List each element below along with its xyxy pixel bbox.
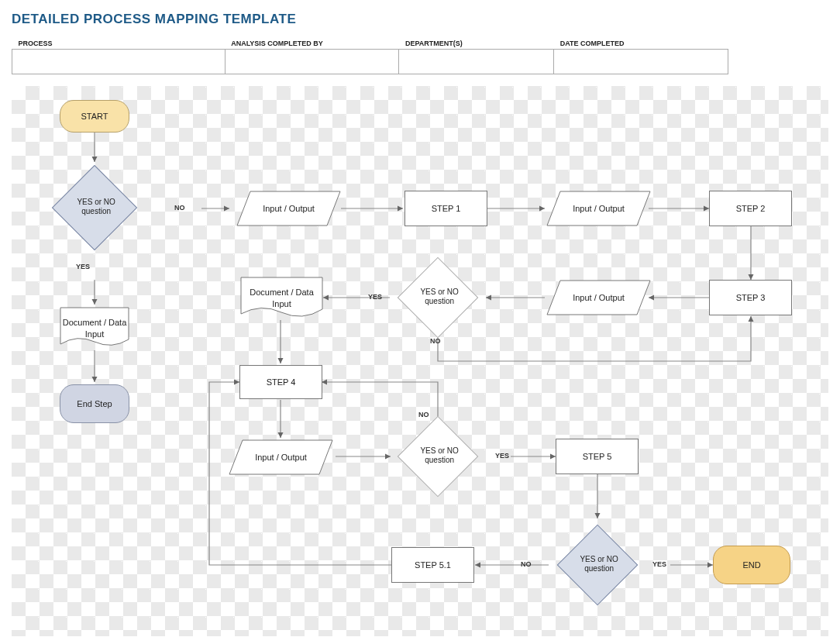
document-input-2: Document / Data Input <box>240 277 323 319</box>
start-node: START <box>60 100 129 133</box>
header-date-label: DATE COMPLETED <box>554 36 728 50</box>
io-3: Input / Output <box>546 280 651 315</box>
q4-yes-label: YES <box>652 560 666 568</box>
header-analysis-label: ANALYSIS COMPLETED BY <box>225 36 399 50</box>
step-3: STEP 3 <box>709 280 792 315</box>
header-department-label: DEPARTMENT(S) <box>399 36 554 50</box>
q1-yes-label: YES <box>76 263 90 270</box>
q4-no-label: NO <box>521 560 532 568</box>
io-1: Input / Output <box>236 191 341 226</box>
header-process-cell[interactable] <box>12 50 225 74</box>
io-4: Input / Output <box>229 439 333 475</box>
step-5: STEP 5 <box>556 439 639 474</box>
flowchart-canvas: START YES or NO question NO YES Document… <box>12 86 828 636</box>
decision-q3: YES or NO question <box>398 416 479 498</box>
step-1: STEP 1 <box>405 191 487 226</box>
document-input-1: Document / Data Input <box>60 307 129 350</box>
decision-q4: YES or NO question <box>557 525 639 606</box>
step-5-1: STEP 5.1 <box>391 547 474 583</box>
q3-yes-label: YES <box>495 452 509 460</box>
io-2: Input / Output <box>546 191 651 226</box>
header-date-cell[interactable] <box>554 50 728 74</box>
decision-q1: YES or NO question <box>52 165 137 250</box>
end-step-node: End Step <box>60 384 129 423</box>
header-department-cell[interactable] <box>399 50 554 74</box>
end-node: END <box>713 546 790 584</box>
header-table: PROCESS ANALYSIS COMPLETED BY DEPARTMENT… <box>12 36 728 74</box>
q2-yes-label: YES <box>368 293 382 301</box>
header-process-label: PROCESS <box>12 36 225 50</box>
step-2: STEP 2 <box>709 191 792 226</box>
q2-no-label: NO <box>430 337 441 345</box>
q3-no-label: NO <box>418 411 429 418</box>
header-analysis-cell[interactable] <box>225 50 399 74</box>
decision-q2: YES or NO question <box>398 257 479 339</box>
q1-no-label: NO <box>174 204 185 212</box>
page-title: DETAILED PROCESS MAPPING TEMPLATE <box>12 12 828 27</box>
step-4: STEP 4 <box>239 365 322 399</box>
